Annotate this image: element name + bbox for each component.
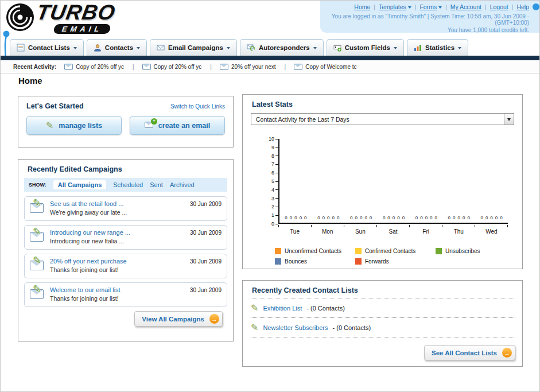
envelope-icon — [294, 64, 302, 70]
campaign-row: 20% off your next purchase Thanks for jo… — [24, 254, 227, 278]
recent-activity-item[interactable]: 20% off your next — [220, 64, 286, 70]
legend-swatch — [355, 258, 362, 265]
legend-label: Unconfirmed Contacts — [285, 248, 341, 254]
link-templates[interactable]: Templates — [379, 3, 411, 10]
manage-lists-label: manage lists — [59, 122, 102, 130]
chevron-down-icon — [408, 6, 411, 10]
chevron-down-icon — [73, 47, 77, 51]
recent-activity-item[interactable]: Copy of 20% off yc — [142, 64, 212, 70]
legend-label: Forwards — [365, 258, 389, 265]
link-forms[interactable]: Forms — [419, 3, 442, 10]
recent-contact-lists-panel: Recently Created Contact Lists Exhibitio… — [242, 280, 523, 367]
tab-label: Statistics — [425, 44, 454, 51]
campaign-subtitle: We're giving away our late ... — [50, 209, 222, 216]
recent-activity-item[interactable]: Copy of 20% off yc — [64, 64, 134, 70]
tab-contacts[interactable]: Contacts — [87, 39, 147, 56]
logo[interactable]: TURBO EMAIL — [5, 2, 115, 34]
chart-legend: Unconfirmed Contacts Confirmed Contacts … — [275, 248, 522, 265]
switch-quick-links-link[interactable]: Switch to Quick Links — [170, 103, 225, 110]
contact-list-item: Newsletter Subscribers - (0 Contacts) — [243, 318, 522, 337]
tab-statistics[interactable]: Statistics — [407, 39, 468, 56]
legend-swatch — [275, 248, 281, 254]
separator — [512, 3, 514, 10]
envelope-icon — [220, 64, 228, 70]
link-home[interactable]: Home — [354, 3, 370, 10]
recent-campaigns-panel: Recently Edited Campaigns SHOW: All Camp… — [18, 159, 234, 341]
autoresponders-icon — [247, 44, 255, 52]
campaign-list: See us at the retail food ... We're givi… — [18, 196, 233, 307]
chevron-down-icon — [458, 47, 461, 51]
page-title: Home — [18, 76, 42, 86]
campaign-date: 30 Jun 2009 — [190, 230, 222, 236]
legend-item: Bounces — [275, 258, 355, 265]
envelope-plus-icon — [145, 122, 153, 130]
link-help[interactable]: Help — [516, 3, 529, 10]
campaigns-panel-title: Recently Edited Campaigns — [18, 160, 233, 177]
envelope-icon — [64, 64, 73, 70]
legend-item: Unconfirmed Contacts — [275, 248, 355, 254]
campaign-date: 30 Jun 2009 — [190, 201, 222, 207]
campaign-filterbar: SHOW: All Campaigns Scheduled Sent Archi… — [24, 178, 227, 192]
legend-label: Unsubscribes — [445, 248, 480, 254]
filter-scheduled[interactable]: Scheduled — [113, 181, 143, 188]
tab-email-campaigns[interactable]: Email Campaigns — [150, 39, 237, 56]
filter-archived[interactable]: Archived — [170, 181, 195, 188]
link-logout[interactable]: Logout — [490, 3, 508, 10]
header-info-box: Home Templates Forms My Account Logout H… — [320, 1, 539, 33]
campaign-subtitle: Introducing our new Italia ... — [50, 238, 222, 244]
see-all-contact-lists-button[interactable]: See All Contact Lists — [424, 345, 515, 360]
chart-value-groups: 00000000000000000000000000000000000 — [279, 215, 508, 220]
recent-activity-bar: Recent Activity: Copy of 20% off yc Copy… — [1, 60, 539, 73]
view-all-campaigns-button[interactable]: View All Campaigns — [134, 311, 223, 327]
chart-y-ticks: 109876543210 — [248, 139, 278, 224]
filter-all-campaigns[interactable]: All Campaigns — [53, 180, 106, 189]
show-label: SHOW: — [29, 182, 46, 188]
contact-lists-panel-title: Recently Created Contact Lists — [243, 281, 522, 298]
get-started-title: Let's Get Started — [26, 102, 84, 110]
logo-email-badge: EMAIL — [53, 24, 111, 34]
tab-label: Custom Fields — [345, 44, 390, 51]
chart-x-ticks — [278, 225, 508, 227]
contacts-icon — [94, 44, 102, 52]
contact-list-link[interactable]: Newsletter Subscribers — [263, 324, 328, 331]
see-all-contact-lists-label: See All Contact Lists — [432, 350, 497, 356]
header-links: Home Templates Forms My Account Logout H… — [320, 3, 529, 10]
filter-sent[interactable]: Sent — [150, 181, 163, 188]
separator — [374, 3, 375, 10]
app-window: TURBO EMAIL Home Templates Forms My Acco… — [0, 0, 540, 392]
stats-panel-title: Latest Stats — [243, 95, 522, 113]
credits-info: You have 1,000 total credits left. — [320, 27, 529, 33]
latest-stats-panel: Latest Stats Contact Activity for the La… — [242, 94, 523, 269]
campaign-envelope-pencil-icon — [30, 203, 44, 215]
logo-turbo-text: TURBO — [35, 2, 117, 23]
chevron-down-icon — [313, 47, 317, 51]
decorative-dot — [533, 3, 539, 10]
link-my-account[interactable]: My Account — [450, 3, 481, 10]
pencil-icon — [251, 302, 258, 313]
arrow-right-icon — [502, 348, 512, 358]
chevron-down-icon — [394, 47, 397, 51]
main-navigation: Contact Lists Contacts Email Campaigns A… — [1, 37, 539, 60]
login-info: You are logged in as "Timothy Smith" | S… — [320, 13, 529, 26]
tab-autoresponders[interactable]: Autoresponders — [240, 39, 324, 56]
recent-activity-label: Recent Activity: — [13, 64, 56, 70]
arrow-right-icon — [209, 314, 219, 324]
contact-list-link[interactable]: Exhibition List — [263, 305, 302, 312]
header: TURBO EMAIL Home Templates Forms My Acco… — [1, 1, 539, 37]
pencil-icon — [46, 120, 53, 131]
chevron-down-icon — [227, 47, 230, 51]
recent-activity-item[interactable]: Copy of Welcome tc — [294, 64, 356, 70]
tab-custom-fields[interactable]: Custom Fields — [327, 39, 404, 56]
legend-item: Forwards — [355, 258, 436, 265]
pencil-icon — [33, 226, 41, 238]
stats-period-select[interactable]: Contact Activity for the Last 7 Days — [251, 113, 514, 125]
link-label: Templates — [379, 3, 406, 10]
campaign-subtitle: Thanks for joining our list! — [50, 266, 222, 273]
campaign-envelope-pencil-icon — [30, 289, 44, 301]
manage-lists-button[interactable]: manage lists — [26, 116, 122, 135]
tab-contact-lists[interactable]: Contact Lists — [10, 39, 84, 56]
campaign-row: Introducing our new range ... Introducin… — [24, 225, 227, 250]
legend-item: Confirmed Contacts — [355, 248, 436, 254]
stats-period-value: Contact Activity for the Last 7 Days — [256, 116, 349, 123]
create-email-button[interactable]: create an email — [130, 116, 225, 135]
